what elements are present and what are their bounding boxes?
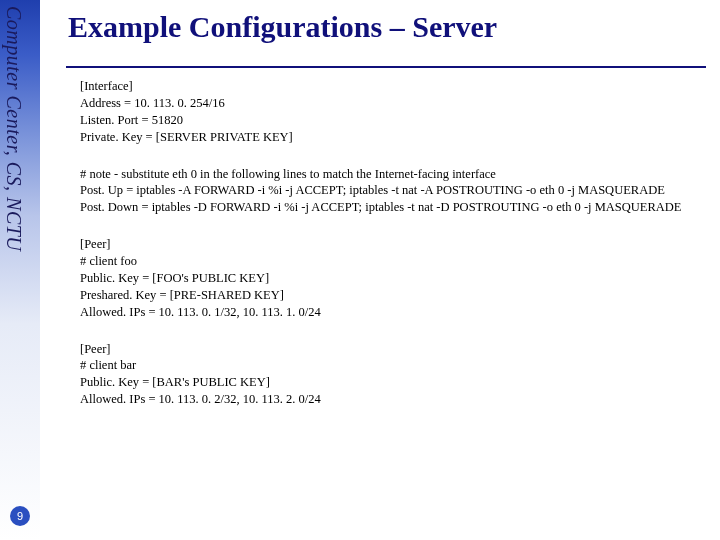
config-line: Allowed. IPs = 10. 113. 0. 2/32, 10. 113… <box>80 391 682 408</box>
config-line: Address = 10. 113. 0. 254/16 <box>80 95 682 112</box>
config-block: [Peer]# client barPublic. Key = [BAR's P… <box>80 341 682 409</box>
config-body: [Interface]Address = 10. 113. 0. 254/16L… <box>62 78 682 408</box>
config-line: [Peer] <box>80 341 682 358</box>
config-line: Public. Key = [FOO's PUBLIC KEY] <box>80 270 682 287</box>
config-line: Private. Key = [SERVER PRIVATE KEY] <box>80 129 682 146</box>
sidebar: Computer Center, CS, NCTU <box>0 0 40 540</box>
title-underline <box>66 66 706 68</box>
page-number-badge: 9 <box>10 506 30 526</box>
config-line: # client foo <box>80 253 682 270</box>
config-line: [Interface] <box>80 78 682 95</box>
config-line: Preshared. Key = [PRE-SHARED KEY] <box>80 287 682 304</box>
config-line: Post. Up = iptables -A FORWARD -i %i -j … <box>80 182 682 199</box>
config-block: [Interface]Address = 10. 113. 0. 254/16L… <box>80 78 682 146</box>
config-line: Listen. Port = 51820 <box>80 112 682 129</box>
slide-title: Example Configurations – Server <box>62 10 708 44</box>
config-block: # note - substitute eth 0 in the followi… <box>80 166 682 217</box>
config-line: # client bar <box>80 357 682 374</box>
slide: Computer Center, CS, NCTU 9 Example Conf… <box>0 0 720 540</box>
config-block: [Peer]# client fooPublic. Key = [FOO's P… <box>80 236 682 320</box>
sidebar-label: Computer Center, CS, NCTU <box>2 6 25 251</box>
config-line: Public. Key = [BAR's PUBLIC KEY] <box>80 374 682 391</box>
config-line: [Peer] <box>80 236 682 253</box>
config-line: # note - substitute eth 0 in the followi… <box>80 166 682 183</box>
config-line: Post. Down = iptables -D FORWARD -i %i -… <box>80 199 682 216</box>
content-area: Example Configurations – Server [Interfa… <box>62 10 708 428</box>
config-line: Allowed. IPs = 10. 113. 0. 1/32, 10. 113… <box>80 304 682 321</box>
